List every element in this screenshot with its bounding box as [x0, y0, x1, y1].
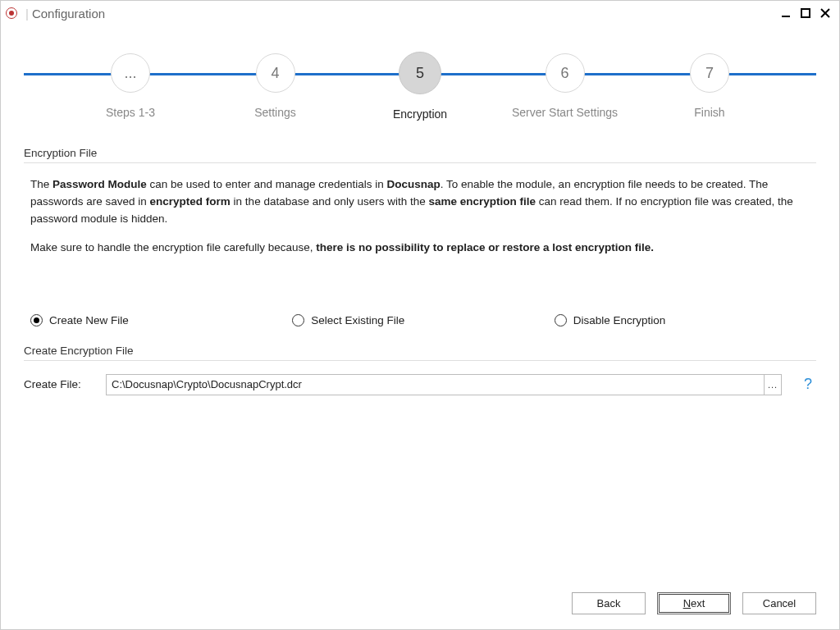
minimize-icon[interactable] [780, 7, 792, 19]
wizard-stepper: ...Steps 1-34Settings5Encryption6Server … [24, 50, 816, 132]
titlebar-divider: | [25, 7, 29, 21]
titlebar: | Configuration [1, 1, 839, 25]
create-file-input[interactable] [107, 375, 764, 395]
step-number: ... [111, 53, 150, 93]
step-label: Finish [694, 106, 724, 119]
next-button[interactable]: Next [657, 592, 731, 614]
create-file-input-wrap: ... [106, 374, 782, 395]
help-icon[interactable]: ? [800, 376, 816, 393]
close-icon[interactable] [819, 7, 831, 19]
cancel-button[interactable]: Cancel [742, 592, 816, 614]
radio-label: Disable Encryption [573, 314, 666, 326]
step-encryption[interactable]: 5Encryption [371, 50, 469, 121]
step-number: 7 [690, 53, 729, 93]
browse-button[interactable]: ... [764, 374, 782, 395]
step-steps-1-3[interactable]: ...Steps 1-3 [81, 50, 180, 121]
window-title: Configuration [32, 7, 105, 21]
description-paragraph-2: Make sure to handle the encryption file … [24, 240, 803, 257]
radio-icon [555, 314, 567, 326]
svg-rect-1 [801, 9, 810, 17]
radio-label: Create New File [49, 314, 129, 326]
app-icon [6, 7, 17, 19]
radio-icon [292, 314, 304, 326]
back-button[interactable]: Back [572, 592, 646, 614]
create-file-label: Create File: [24, 378, 94, 390]
radio-label: Select Existing File [311, 314, 404, 326]
step-label: Settings [254, 106, 296, 119]
radio-disable-encryption[interactable]: Disable Encryption [555, 314, 816, 326]
description-paragraph-1: The Password Module can be used to enter… [24, 176, 803, 228]
section-create-file-title: Create Encryption File [24, 345, 816, 357]
step-number: 4 [256, 53, 295, 93]
radio-icon [30, 314, 43, 326]
step-settings[interactable]: 4Settings [226, 50, 325, 121]
window-controls [780, 7, 834, 19]
step-label: Encryption [393, 107, 447, 121]
step-label: Steps 1-3 [106, 106, 155, 119]
radio-create-new-file[interactable]: Create New File [30, 314, 292, 326]
step-number: 6 [546, 53, 585, 93]
step-label: Server Start Settings [512, 106, 618, 119]
encryption-mode-radios: Create New File Select Existing File Dis… [24, 314, 816, 326]
maximize-icon[interactable] [800, 7, 811, 19]
step-finish[interactable]: 7Finish [660, 50, 759, 121]
step-number: 5 [399, 52, 441, 94]
radio-select-existing-file[interactable]: Select Existing File [292, 314, 554, 326]
wizard-footer: Back Next Cancel [572, 592, 816, 614]
section-encryption-file-title: Encryption File [24, 147, 816, 159]
svg-rect-0 [782, 16, 790, 17]
step-server-start-settings[interactable]: 6Server Start Settings [516, 50, 614, 121]
